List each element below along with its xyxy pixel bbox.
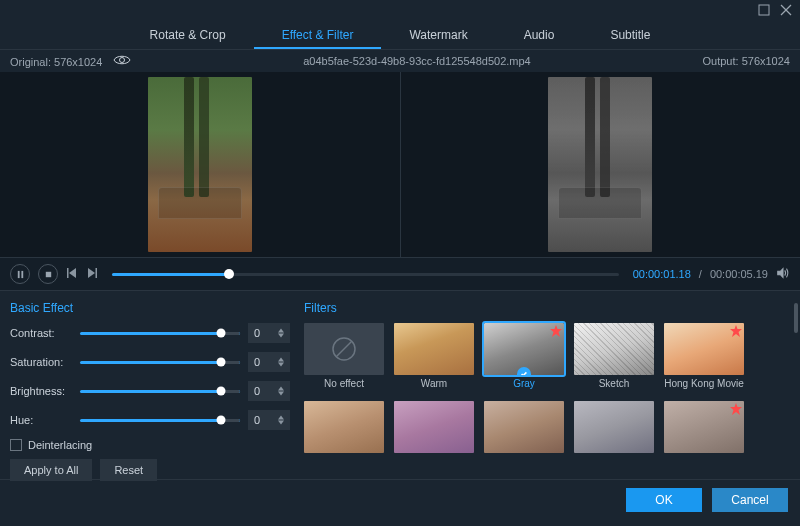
filter-item[interactable]: [574, 401, 654, 453]
svg-rect-7: [67, 268, 69, 278]
svg-rect-5: [21, 270, 23, 277]
hue-input[interactable]: 0: [248, 410, 290, 430]
deinterlacing-label: Deinterlacing: [28, 439, 92, 451]
reset-button[interactable]: Reset: [100, 459, 157, 481]
original-preview: [0, 72, 401, 257]
filter-gray[interactable]: Gray: [484, 323, 564, 389]
brightness-slider[interactable]: [80, 390, 240, 393]
filters-title: Filters: [304, 301, 790, 315]
svg-marker-12: [278, 329, 284, 333]
cancel-button[interactable]: Cancel: [712, 488, 788, 512]
time-current: 00:00:01.18: [633, 268, 691, 280]
apply-to-all-button[interactable]: Apply to All: [10, 459, 92, 481]
svg-line-21: [336, 341, 352, 357]
time-sep: /: [699, 268, 702, 280]
filter-sketch[interactable]: Sketch: [574, 323, 654, 389]
filter-warm[interactable]: Warm: [394, 323, 474, 389]
svg-marker-24: [730, 403, 742, 415]
svg-marker-16: [278, 387, 284, 391]
time-duration: 00:00:05.19: [710, 268, 768, 280]
contrast-input[interactable]: 0: [248, 323, 290, 343]
tab-effect-filter[interactable]: Effect & Filter: [254, 22, 382, 49]
maximize-icon[interactable]: [758, 4, 770, 18]
output-preview: [401, 72, 801, 257]
brightness-input[interactable]: 0: [248, 381, 290, 401]
favorite-star-icon[interactable]: [550, 325, 562, 339]
close-icon[interactable]: [780, 4, 792, 18]
tab-watermark[interactable]: Watermark: [381, 22, 495, 49]
selected-check-icon: [517, 367, 531, 375]
volume-icon[interactable]: [776, 266, 790, 282]
preview-toggle-icon[interactable]: [113, 54, 131, 66]
filter-item[interactable]: [484, 401, 564, 453]
saturation-label: Saturation:: [10, 356, 72, 368]
hue-slider[interactable]: [80, 419, 240, 422]
svg-marker-14: [278, 358, 284, 362]
next-frame-button[interactable]: [86, 267, 98, 281]
original-thumbnail: [148, 77, 252, 252]
svg-rect-0: [759, 5, 769, 15]
saturation-slider[interactable]: [80, 361, 240, 364]
chevron-down-icon[interactable]: [278, 420, 284, 425]
pause-button[interactable]: [10, 264, 30, 284]
output-thumbnail: [548, 77, 652, 252]
filter-no-effect[interactable]: No effect: [304, 323, 384, 389]
contrast-slider[interactable]: [80, 332, 240, 335]
svg-marker-19: [278, 421, 284, 425]
stop-button[interactable]: [38, 264, 58, 284]
svg-marker-18: [278, 416, 284, 420]
svg-rect-4: [17, 270, 19, 277]
chevron-down-icon[interactable]: [278, 391, 284, 396]
brightness-label: Brightness:: [10, 385, 72, 397]
chevron-down-icon[interactable]: [278, 362, 284, 367]
basic-effect-title: Basic Effect: [10, 301, 290, 315]
tab-audio[interactable]: Audio: [496, 22, 583, 49]
filename-label: a04b5fae-523d-49b8-93cc-fd125548d502.mp4: [303, 55, 531, 67]
filters-scrollbar[interactable]: [794, 303, 798, 333]
svg-rect-6: [45, 271, 50, 276]
output-resolution-label: Output: 576x1024: [703, 55, 790, 67]
svg-marker-11: [778, 269, 783, 278]
prev-frame-button[interactable]: [66, 267, 78, 281]
svg-marker-15: [278, 363, 284, 367]
ok-button[interactable]: OK: [626, 488, 702, 512]
svg-marker-17: [278, 392, 284, 396]
svg-marker-8: [69, 268, 76, 278]
filter-item[interactable]: [304, 401, 384, 453]
deinterlacing-checkbox[interactable]: [10, 439, 22, 451]
filter-hong-kong-movie[interactable]: Hong Kong Movie: [664, 323, 744, 389]
svg-marker-10: [88, 268, 95, 278]
svg-marker-22: [550, 325, 562, 337]
svg-rect-9: [96, 268, 98, 278]
original-resolution-label: Original: 576x1024: [10, 56, 102, 68]
timeline-slider[interactable]: [112, 273, 619, 276]
saturation-input[interactable]: 0: [248, 352, 290, 372]
filter-item[interactable]: [394, 401, 474, 453]
contrast-label: Contrast:: [10, 327, 72, 339]
tab-subtitle[interactable]: Subtitle: [582, 22, 678, 49]
tab-rotate-crop[interactable]: Rotate & Crop: [122, 22, 254, 49]
svg-marker-13: [278, 334, 284, 338]
filter-item[interactable]: [664, 401, 744, 453]
svg-marker-23: [730, 325, 742, 337]
chevron-down-icon[interactable]: [278, 333, 284, 338]
hue-label: Hue:: [10, 414, 72, 426]
favorite-star-icon[interactable]: [730, 403, 742, 417]
favorite-star-icon[interactable]: [730, 325, 742, 339]
svg-point-3: [120, 58, 125, 63]
